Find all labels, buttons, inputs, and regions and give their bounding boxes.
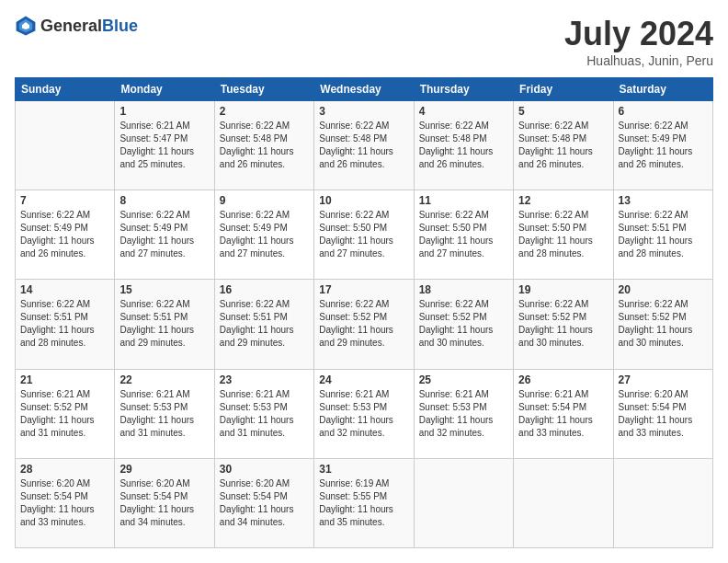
cell-info: Sunrise: 6:22 AMSunset: 5:51 PMDaylight:… — [220, 298, 309, 350]
cell-info: Sunrise: 6:21 AMSunset: 5:53 PMDaylight:… — [319, 388, 408, 440]
day-number: 15 — [119, 283, 209, 296]
cell-info: Sunrise: 6:22 AMSunset: 5:48 PMDaylight:… — [319, 120, 408, 171]
cell-info: Sunrise: 6:22 AMSunset: 5:48 PMDaylight:… — [518, 120, 608, 171]
calendar-cell — [514, 458, 613, 547]
calendar-cell: 10Sunrise: 6:22 AMSunset: 5:50 PMDayligh… — [314, 190, 414, 280]
cell-info: Sunrise: 6:21 AMSunset: 5:54 PMDaylight:… — [518, 388, 608, 440]
calendar-cell: 22Sunrise: 6:21 AMSunset: 5:53 PMDayligh… — [115, 369, 214, 458]
day-number: 25 — [419, 373, 508, 386]
calendar-cell: 3Sunrise: 6:22 AMSunset: 5:48 PMDaylight… — [314, 101, 414, 190]
calendar-table: SundayMondayTuesdayWednesdayThursdayFrid… — [15, 77, 713, 548]
calendar-cell: 2Sunrise: 6:22 AMSunset: 5:48 PMDaylight… — [214, 101, 313, 190]
logo-text: GeneralBlue — [40, 17, 138, 36]
day-number: 22 — [119, 373, 209, 386]
calendar-cell: 13Sunrise: 6:22 AMSunset: 5:51 PMDayligh… — [613, 190, 712, 280]
calendar-header-saturday: Saturday — [613, 78, 712, 101]
day-number: 18 — [419, 283, 508, 296]
calendar-cell: 30Sunrise: 6:20 AMSunset: 5:54 PMDayligh… — [214, 458, 313, 547]
day-number: 24 — [319, 373, 408, 386]
day-number: 26 — [518, 373, 608, 386]
day-number: 14 — [20, 283, 109, 296]
calendar-cell: 14Sunrise: 6:22 AMSunset: 5:51 PMDayligh… — [16, 280, 115, 369]
cell-info: Sunrise: 6:20 AMSunset: 5:54 PMDaylight:… — [619, 388, 708, 440]
cell-info: Sunrise: 6:22 AMSunset: 5:48 PMDaylight:… — [220, 120, 309, 171]
day-number: 4 — [419, 105, 508, 118]
calendar-header-monday: Monday — [115, 78, 214, 101]
calendar-header-row: SundayMondayTuesdayWednesdayThursdayFrid… — [16, 78, 713, 101]
page: GeneralBlue July 2024 Hualhuas, Junin, P… — [0, 0, 728, 563]
calendar-cell: 5Sunrise: 6:22 AMSunset: 5:48 PMDaylight… — [514, 101, 613, 190]
calendar-week-row: 1Sunrise: 6:21 AMSunset: 5:47 PMDaylight… — [16, 101, 713, 190]
calendar-header-tuesday: Tuesday — [214, 78, 313, 101]
cell-info: Sunrise: 6:20 AMSunset: 5:54 PMDaylight:… — [220, 477, 309, 529]
cell-info: Sunrise: 6:22 AMSunset: 5:49 PMDaylight:… — [619, 120, 708, 171]
day-number: 11 — [419, 194, 508, 207]
calendar-cell: 8Sunrise: 6:22 AMSunset: 5:49 PMDaylight… — [115, 190, 214, 280]
day-number: 3 — [319, 105, 408, 118]
calendar-cell: 31Sunrise: 6:19 AMSunset: 5:55 PMDayligh… — [314, 458, 414, 547]
day-number: 30 — [220, 463, 309, 476]
day-number: 31 — [319, 463, 408, 476]
calendar-cell — [613, 458, 712, 547]
logo-icon — [15, 15, 37, 37]
calendar-week-row: 7Sunrise: 6:22 AMSunset: 5:49 PMDaylight… — [16, 190, 713, 280]
calendar-header-friday: Friday — [514, 78, 613, 101]
cell-info: Sunrise: 6:21 AMSunset: 5:53 PMDaylight:… — [220, 388, 309, 440]
cell-info: Sunrise: 6:22 AMSunset: 5:50 PMDaylight:… — [419, 209, 508, 260]
cell-info: Sunrise: 6:22 AMSunset: 5:52 PMDaylight:… — [419, 298, 508, 350]
calendar-cell: 19Sunrise: 6:22 AMSunset: 5:52 PMDayligh… — [514, 280, 613, 369]
calendar-cell: 26Sunrise: 6:21 AMSunset: 5:54 PMDayligh… — [514, 369, 613, 458]
day-number: 21 — [20, 373, 109, 386]
day-number: 1 — [119, 105, 209, 118]
day-number: 29 — [119, 463, 209, 476]
calendar-cell: 16Sunrise: 6:22 AMSunset: 5:51 PMDayligh… — [214, 280, 313, 369]
day-number: 5 — [518, 105, 608, 118]
day-number: 28 — [20, 463, 109, 476]
month-title: July 2024 — [564, 15, 713, 53]
calendar-cell: 17Sunrise: 6:22 AMSunset: 5:52 PMDayligh… — [314, 280, 414, 369]
calendar-cell: 23Sunrise: 6:21 AMSunset: 5:53 PMDayligh… — [214, 369, 313, 458]
calendar-cell: 24Sunrise: 6:21 AMSunset: 5:53 PMDayligh… — [314, 369, 414, 458]
day-number: 8 — [119, 194, 209, 207]
cell-info: Sunrise: 6:22 AMSunset: 5:49 PMDaylight:… — [20, 209, 109, 260]
day-number: 10 — [319, 194, 408, 207]
calendar-cell: 20Sunrise: 6:22 AMSunset: 5:52 PMDayligh… — [613, 280, 712, 369]
day-number: 13 — [619, 194, 708, 207]
calendar-cell: 27Sunrise: 6:20 AMSunset: 5:54 PMDayligh… — [613, 369, 712, 458]
calendar-header-thursday: Thursday — [414, 78, 513, 101]
cell-info: Sunrise: 6:21 AMSunset: 5:53 PMDaylight:… — [419, 388, 508, 440]
calendar-cell — [16, 101, 115, 190]
calendar-cell: 21Sunrise: 6:21 AMSunset: 5:52 PMDayligh… — [16, 369, 115, 458]
day-number: 9 — [220, 194, 309, 207]
cell-info: Sunrise: 6:21 AMSunset: 5:47 PMDaylight:… — [119, 120, 209, 171]
calendar-cell: 12Sunrise: 6:22 AMSunset: 5:50 PMDayligh… — [514, 190, 613, 280]
day-number: 27 — [619, 373, 708, 386]
cell-info: Sunrise: 6:22 AMSunset: 5:51 PMDaylight:… — [619, 209, 708, 260]
cell-info: Sunrise: 6:20 AMSunset: 5:54 PMDaylight:… — [119, 477, 209, 529]
logo-blue: Blue — [102, 17, 138, 35]
calendar-cell: 18Sunrise: 6:22 AMSunset: 5:52 PMDayligh… — [414, 280, 513, 369]
day-number: 12 — [518, 194, 608, 207]
cell-info: Sunrise: 6:22 AMSunset: 5:51 PMDaylight:… — [20, 298, 109, 350]
header: GeneralBlue July 2024 Hualhuas, Junin, P… — [15, 15, 713, 68]
calendar-cell: 29Sunrise: 6:20 AMSunset: 5:54 PMDayligh… — [115, 458, 214, 547]
cell-info: Sunrise: 6:22 AMSunset: 5:50 PMDaylight:… — [319, 209, 408, 260]
cell-info: Sunrise: 6:19 AMSunset: 5:55 PMDaylight:… — [319, 477, 408, 529]
location-subtitle: Hualhuas, Junin, Peru — [564, 53, 713, 68]
title-block: July 2024 Hualhuas, Junin, Peru — [564, 15, 713, 68]
calendar-cell: 15Sunrise: 6:22 AMSunset: 5:51 PMDayligh… — [115, 280, 214, 369]
logo-general: General — [40, 17, 102, 35]
calendar-cell: 11Sunrise: 6:22 AMSunset: 5:50 PMDayligh… — [414, 190, 513, 280]
calendar-header-wednesday: Wednesday — [314, 78, 414, 101]
calendar-cell: 1Sunrise: 6:21 AMSunset: 5:47 PMDaylight… — [115, 101, 214, 190]
day-number: 16 — [220, 283, 309, 296]
day-number: 23 — [220, 373, 309, 386]
calendar-week-row: 28Sunrise: 6:20 AMSunset: 5:54 PMDayligh… — [16, 458, 713, 547]
cell-info: Sunrise: 6:22 AMSunset: 5:51 PMDaylight:… — [119, 298, 209, 350]
day-number: 17 — [319, 283, 408, 296]
cell-info: Sunrise: 6:22 AMSunset: 5:52 PMDaylight:… — [319, 298, 408, 350]
calendar-cell: 25Sunrise: 6:21 AMSunset: 5:53 PMDayligh… — [414, 369, 513, 458]
cell-info: Sunrise: 6:22 AMSunset: 5:50 PMDaylight:… — [518, 209, 608, 260]
cell-info: Sunrise: 6:21 AMSunset: 5:52 PMDaylight:… — [20, 388, 109, 440]
logo: GeneralBlue — [15, 15, 138, 37]
